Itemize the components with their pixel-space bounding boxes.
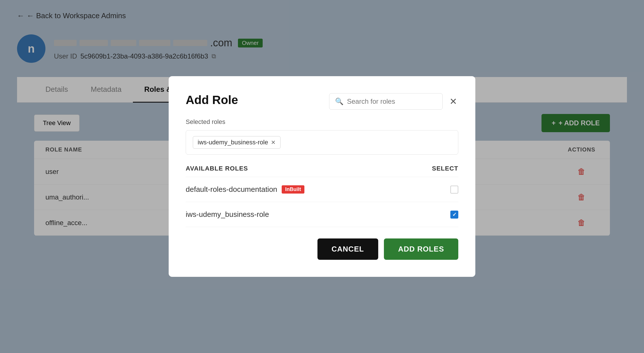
cancel-button[interactable]: CANCEL	[317, 238, 378, 260]
add-roles-button[interactable]: ADD ROLES	[384, 238, 458, 260]
selected-role-chip: iws-udemy_business-role ✕	[193, 136, 281, 149]
search-icon: 🔍	[335, 97, 344, 105]
available-roles-header: AVAILABLE ROLES SELECT	[186, 165, 458, 177]
modal-header-right: 🔍 ✕	[329, 93, 458, 110]
checkbox-docs[interactable]	[450, 186, 458, 194]
roles-list: AVAILABLE ROLES SELECT default-roles-doc…	[186, 165, 458, 227]
role-name-cell-1: default-roles-documentation InBuilt	[186, 185, 304, 194]
chip-remove-button[interactable]: ✕	[271, 140, 276, 145]
selected-roles-box: iws-udemy_business-role ✕	[186, 130, 458, 155]
role-name-cell-2: iws-udemy_business-role	[186, 210, 269, 219]
modal-overlay: Add Role 🔍 ✕ Selected roles iws-udemy_bu…	[0, 0, 644, 353]
selected-roles-label: Selected roles	[186, 118, 458, 126]
role-name-iws: iws-udemy_business-role	[186, 210, 269, 219]
inbuilt-badge: InBuilt	[282, 185, 304, 194]
add-role-modal: Add Role 🔍 ✕ Selected roles iws-udemy_bu…	[169, 76, 475, 277]
role-row-1: default-roles-documentation InBuilt	[186, 177, 458, 202]
modal-footer: CANCEL ADD ROLES	[186, 238, 458, 260]
search-roles-input[interactable]	[347, 97, 437, 105]
close-modal-button[interactable]: ✕	[448, 95, 458, 108]
role-row-2: iws-udemy_business-role	[186, 202, 458, 227]
modal-header: Add Role 🔍 ✕	[186, 93, 458, 110]
role-name-docs: default-roles-documentation	[186, 185, 277, 194]
modal-title: Add Role	[186, 93, 238, 107]
search-box[interactable]: 🔍	[329, 93, 443, 110]
available-roles-label: AVAILABLE ROLES	[186, 165, 248, 172]
checkbox-iws[interactable]	[450, 211, 458, 219]
chip-label: iws-udemy_business-role	[198, 139, 268, 146]
select-col-label: SELECT	[432, 165, 458, 172]
